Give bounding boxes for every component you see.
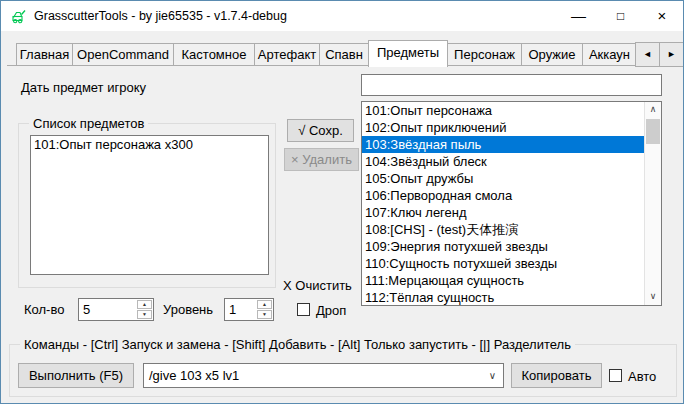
clear-button[interactable]: X Очистить (283, 278, 352, 293)
arrow-right-icon: ► (667, 49, 676, 59)
drop-checkbox-label: Дроп (316, 303, 346, 318)
delete-button[interactable]: × Удалить (284, 148, 359, 171)
tab-oruzhie[interactable]: Оружие (521, 43, 583, 65)
tab-kastomnoe[interactable]: Кастомное (173, 43, 255, 65)
item-row[interactable]: 101:Опыт персонажа (362, 102, 645, 119)
level-spinner[interactable]: 1 ▲ ▼ (224, 298, 274, 321)
saved-item-row[interactable]: 101:Опыт персонажа x300 (31, 136, 268, 153)
count-spinner[interactable]: 5 ▲ ▼ (78, 298, 154, 321)
minimize-icon: — (571, 7, 586, 24)
tab-akkaunt[interactable]: Аккаун (582, 43, 637, 65)
give-item-label: Дать предмет игроку (21, 80, 146, 95)
command-combobox[interactable]: /give 103 x5 lv1 ∨ (143, 363, 504, 388)
item-row[interactable]: 102:Опыт приключений (362, 119, 645, 136)
tab-predmety[interactable]: Предметы (368, 40, 448, 67)
item-row[interactable]: 112:Тёплая сущность (362, 289, 645, 305)
tab-personazh[interactable]: Персонаж (447, 43, 522, 65)
minimize-button[interactable]: — (558, 1, 599, 31)
app-window: GrasscutterTools - by jie65535 - v1.7.4-… (0, 0, 684, 404)
close-icon: × (658, 7, 667, 24)
auto-checkbox[interactable] (609, 369, 622, 382)
level-spin-buttons: ▲ ▼ (257, 300, 272, 319)
tab-scroll-left-button[interactable]: ◄ (635, 42, 660, 67)
level-value: 1 (229, 299, 236, 320)
tab-spavn[interactable]: Спавн (319, 43, 369, 65)
close-button[interactable]: × (641, 1, 683, 31)
item-listbox: 101:Опыт персонажа 102:Опыт приключений … (361, 101, 662, 306)
tab-opencommand[interactable]: OpenCommand (72, 43, 174, 65)
drop-checkbox[interactable] (297, 303, 310, 316)
save-button[interactable]: √ Сохр. (287, 119, 354, 142)
saved-items-listbox: 101:Опыт персонажа x300 (30, 135, 269, 275)
scrollbar-thumb[interactable] (646, 119, 660, 144)
scroll-up-icon[interactable]: ∧ (645, 102, 661, 118)
item-list-rows: 101:Опыт персонажа 102:Опыт приключений … (362, 102, 645, 305)
item-row-selected[interactable]: 103:Звёздная пыль (362, 136, 645, 153)
item-row[interactable]: 110:Сущность потухшей звезды (362, 255, 645, 272)
auto-checkbox-label: Авто (628, 369, 656, 384)
run-command-button[interactable]: Выполнить (F5) (18, 363, 134, 388)
count-label: Кол-во (24, 302, 64, 317)
maximize-icon: □ (617, 9, 624, 23)
item-row[interactable]: 104:Звёздный блеск (362, 153, 645, 170)
item-row[interactable]: 108:[CHS] - (test)天体推演 (362, 221, 645, 238)
count-spin-buttons: ▲ ▼ (137, 300, 152, 319)
item-row[interactable]: 105:Опыт дружбы (362, 170, 645, 187)
tab-scroll-right-button[interactable]: ► (659, 42, 684, 67)
tab-artefakt[interactable]: Артефакт (254, 43, 320, 65)
item-list-scrollbar[interactable]: ∧ ∨ (644, 102, 661, 305)
maximize-button[interactable]: □ (600, 1, 641, 31)
command-text: /give 103 x5 lv1 (149, 364, 239, 387)
spin-down-icon[interactable]: ▼ (257, 310, 272, 319)
saved-items-group-title: Список предметов (29, 116, 148, 131)
tab-glavnaya[interactable]: Главная (16, 43, 73, 65)
titlebar: GrasscutterTools - by jie65535 - v1.7.4-… (1, 1, 683, 31)
scroll-down-icon[interactable]: ∨ (645, 289, 661, 305)
item-search-input[interactable] (361, 74, 662, 96)
spin-down-icon[interactable]: ▼ (137, 310, 152, 319)
item-row[interactable]: 107:Ключ легенд (362, 204, 645, 221)
count-value: 5 (83, 299, 90, 320)
level-label: Уровень (163, 302, 213, 317)
item-row[interactable]: 111:Мерцающая сущность (362, 272, 645, 289)
item-row[interactable]: 106:Первородная смола (362, 187, 645, 204)
item-row[interactable]: 109:Энергия потухшей звезды (362, 238, 645, 255)
dropdown-chevron-icon[interactable]: ∨ (489, 364, 496, 387)
spin-up-icon[interactable]: ▲ (137, 300, 152, 309)
saved-items-groupbox: Список предметов 101:Опыт персонажа x300 (18, 123, 276, 288)
app-icon (11, 8, 27, 24)
tabstrip-baseline (7, 65, 669, 66)
copy-button[interactable]: Копировать (511, 363, 602, 388)
spin-up-icon[interactable]: ▲ (257, 300, 272, 309)
window-title: GrasscutterTools - by jie65535 - v1.7.4-… (34, 1, 287, 31)
commands-group-title: Команды - [Ctrl] Запуск и замена - [Shif… (20, 337, 575, 352)
arrow-left-icon: ◄ (643, 49, 652, 59)
